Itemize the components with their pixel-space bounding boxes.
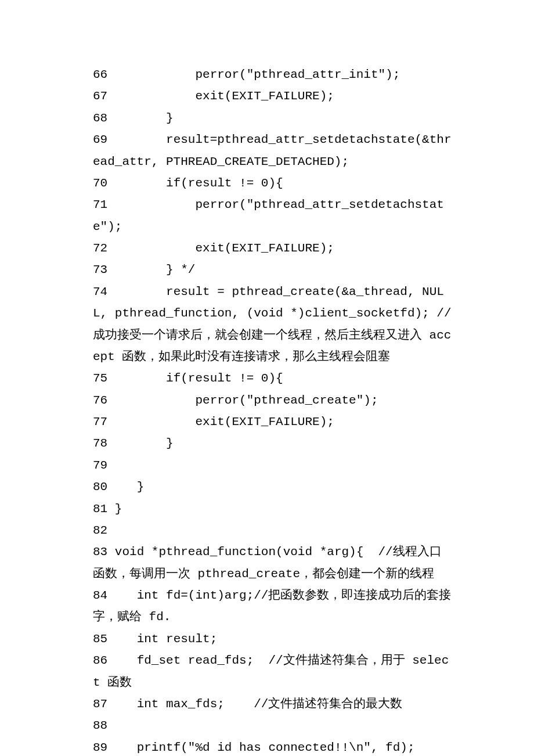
code-line: 71 perror("pthread_attr_setdetachstate")… bbox=[93, 194, 453, 237]
line-number: 68 bbox=[93, 111, 107, 125]
line-number: 71 bbox=[93, 198, 107, 211]
code-line: 74 result = pthread_create(&a_thread, NU… bbox=[93, 281, 453, 368]
line-number: 84 bbox=[93, 589, 107, 602]
code-line: 69 result=pthread_attr_setdetachstate(&t… bbox=[93, 129, 453, 172]
line-text: result=pthread_attr_setdetachstate(&thre… bbox=[93, 133, 452, 168]
line-text: if(result != 0){ bbox=[107, 177, 283, 190]
line-text: } bbox=[107, 502, 122, 516]
line-text: perror("pthread_attr_init"); bbox=[107, 68, 400, 81]
code-line: 67 exit(EXIT_FAILURE); bbox=[93, 85, 453, 107]
code-line: 82 bbox=[93, 520, 453, 541]
document-page: 66 perror("pthread_attr_init");67 exit(E… bbox=[0, 0, 534, 756]
code-line: 75 if(result != 0){ bbox=[93, 368, 453, 389]
line-number: 69 bbox=[93, 133, 107, 146]
line-text: exit(EXIT_FAILURE); bbox=[107, 89, 334, 103]
line-number: 77 bbox=[93, 415, 107, 429]
code-line: 86 fd_set read_fds; //文件描述符集合，用于 select … bbox=[93, 650, 453, 693]
line-number: 67 bbox=[93, 89, 107, 103]
line-number: 72 bbox=[93, 242, 107, 255]
line-number: 88 bbox=[93, 719, 107, 732]
line-text: exit(EXIT_FAILURE); bbox=[107, 415, 334, 429]
line-number: 76 bbox=[93, 394, 107, 407]
line-number: 85 bbox=[93, 632, 107, 646]
line-number: 75 bbox=[93, 372, 107, 385]
line-text: int result; bbox=[107, 632, 217, 646]
line-text: } */ bbox=[107, 263, 195, 276]
line-text: printf("%d id has connected!!\n", fd); bbox=[107, 741, 414, 754]
line-number: 80 bbox=[93, 480, 107, 494]
line-number: 66 bbox=[93, 68, 107, 81]
line-number: 74 bbox=[93, 285, 107, 298]
line-text: fd_set read_fds; //文件描述符集合，用于 select 函数 bbox=[93, 654, 449, 689]
code-line: 87 int max_fds; //文件描述符集合的最大数 bbox=[93, 693, 453, 715]
line-number: 82 bbox=[93, 524, 107, 537]
line-number: 73 bbox=[93, 263, 107, 276]
code-line: 85 int result; bbox=[93, 628, 453, 650]
line-number: 87 bbox=[93, 697, 107, 711]
code-line: 78 } bbox=[93, 433, 453, 454]
line-number: 86 bbox=[93, 654, 107, 667]
line-text: } bbox=[107, 480, 144, 494]
line-text: result = pthread_create(&a_thread, NULL,… bbox=[93, 285, 452, 363]
line-text: exit(EXIT_FAILURE); bbox=[107, 242, 334, 255]
line-text: int max_fds; //文件描述符集合的最大数 bbox=[107, 697, 402, 711]
line-number: 79 bbox=[93, 459, 107, 472]
line-text: } bbox=[107, 111, 173, 125]
line-number: 78 bbox=[93, 437, 107, 450]
code-line: 84 int fd=(int)arg;//把函数参数，即连接成功后的套接字，赋给… bbox=[93, 585, 453, 628]
line-number: 70 bbox=[93, 177, 107, 190]
code-line: 66 perror("pthread_attr_init"); bbox=[93, 64, 453, 85]
code-listing: 66 perror("pthread_attr_init");67 exit(E… bbox=[93, 64, 453, 756]
line-text: void *pthread_function(void *arg){ //线程入… bbox=[93, 545, 442, 580]
code-line: 72 exit(EXIT_FAILURE); bbox=[93, 237, 453, 259]
code-line: 83 void *pthread_function(void *arg){ //… bbox=[93, 541, 453, 585]
code-line: 73 } */ bbox=[93, 259, 453, 280]
line-text: int fd=(int)arg;//把函数参数，即连接成功后的套接字，赋给 fd… bbox=[93, 589, 451, 624]
code-line: 76 perror("pthread_create"); bbox=[93, 390, 453, 411]
line-number: 83 bbox=[93, 545, 107, 559]
line-number: 89 bbox=[93, 741, 107, 754]
code-line: 80 } bbox=[93, 476, 453, 498]
code-line: 88 bbox=[93, 715, 453, 736]
code-line: 89 printf("%d id has connected!!\n", fd)… bbox=[93, 737, 453, 756]
line-text: perror("pthread_create"); bbox=[107, 394, 378, 407]
line-number: 81 bbox=[93, 502, 107, 516]
code-line: 68 } bbox=[93, 107, 453, 129]
line-text: if(result != 0){ bbox=[107, 372, 283, 385]
line-text: perror("pthread_attr_setdetachstate"); bbox=[93, 198, 444, 233]
code-line: 70 if(result != 0){ bbox=[93, 172, 453, 194]
line-text: } bbox=[107, 437, 173, 450]
code-line: 81 } bbox=[93, 498, 453, 520]
code-line: 77 exit(EXIT_FAILURE); bbox=[93, 411, 453, 433]
code-line: 79 bbox=[93, 455, 453, 476]
